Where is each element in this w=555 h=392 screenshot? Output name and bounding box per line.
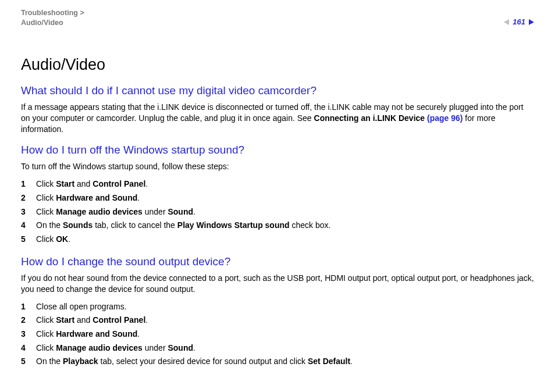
- step-item: Click Manage audio devices under Sound.: [21, 342, 534, 355]
- prev-page-icon[interactable]: [504, 19, 509, 25]
- step-item: Click Hardware and Sound.: [21, 328, 534, 341]
- text-segment: .: [193, 207, 195, 216]
- step-item: Click Hardware and Sound.: [21, 192, 534, 205]
- output-device-intro: If you do not hear sound from the device…: [21, 273, 534, 295]
- output-device-steps: Close all open programs.Click Start and …: [21, 301, 534, 368]
- text-segment: .: [193, 343, 195, 352]
- text-segment: check box.: [290, 220, 331, 230]
- text-segment: On the: [36, 357, 63, 366]
- text-segment: .: [68, 234, 70, 244]
- bold-text: OK: [56, 234, 68, 244]
- step-item: Click Start and Control Panel.: [21, 314, 534, 327]
- step-item: Click Start and Control Panel.: [21, 178, 534, 191]
- page-header: Troubleshooting > Audio/Video 161: [21, 8, 534, 28]
- text-segment: .: [350, 357, 353, 366]
- page-nav: 161: [504, 8, 534, 26]
- text-segment: .: [137, 193, 140, 202]
- topic-heading-startup-sound: How do I turn off the Windows startup so…: [21, 144, 534, 156]
- topic-heading-output-device: How do I change the sound output device?: [21, 255, 534, 268]
- bold-text: Hardware and Sound: [56, 193, 137, 202]
- text-segment: .: [137, 329, 140, 338]
- text-segment: Click: [36, 343, 56, 352]
- page-number: 161: [513, 17, 525, 26]
- step-item: On the Playback tab, select your desired…: [21, 355, 534, 368]
- text-segment: tab, click to cancel the: [92, 220, 177, 230]
- bold-text: Playback: [63, 357, 98, 366]
- text-segment: Click: [36, 207, 56, 216]
- content-area: Audio/Video What should I do if I cannot…: [21, 28, 534, 368]
- step-item: Click OK.: [21, 233, 534, 246]
- breadcrumb-line-2: Audio/Video: [21, 19, 63, 27]
- bold-text: Sound: [168, 207, 193, 216]
- text-segment: tab, select your desired device for soun…: [98, 357, 308, 366]
- bold-text: Manage audio devices: [56, 207, 143, 216]
- bold-text: Start: [56, 315, 74, 325]
- bold-text: Sounds: [63, 220, 92, 230]
- text-segment: Click: [36, 234, 56, 244]
- step-item: Close all open programs.: [21, 301, 534, 313]
- text-segment: Close all open programs.: [36, 302, 127, 311]
- bold-text: Set Default: [308, 357, 350, 366]
- topic-heading-camcorder: What should I do if I cannot use my digi…: [21, 84, 534, 97]
- bold-text: Connecting an i.LINK Device: [314, 113, 425, 123]
- text-segment: .: [145, 315, 148, 325]
- text-segment: Click: [36, 315, 56, 325]
- bold-text: Manage audio devices: [56, 343, 143, 352]
- bold-text: Control Panel: [92, 315, 145, 325]
- text-segment: under: [143, 343, 168, 352]
- document-page: Troubleshooting > Audio/Video 161 Audio/…: [0, 0, 555, 392]
- text-segment: Click: [36, 329, 56, 338]
- step-item: On the Sounds tab, click to cancel the P…: [21, 219, 534, 232]
- text-segment: and: [74, 179, 92, 188]
- text-segment: under: [143, 207, 168, 216]
- text-segment: Click: [36, 179, 56, 188]
- page-link[interactable]: (page 96): [425, 113, 462, 123]
- breadcrumb: Troubleshooting > Audio/Video: [21, 8, 84, 28]
- startup-sound-steps: Click Start and Control Panel.Click Hard…: [21, 178, 534, 245]
- page-title: Audio/Video: [21, 56, 534, 74]
- text-segment: .: [145, 179, 148, 188]
- bold-text: Play Windows Startup sound: [177, 220, 290, 230]
- bold-text: Sound: [168, 343, 193, 352]
- breadcrumb-line-1: Troubleshooting >: [21, 9, 84, 17]
- bold-text: Hardware and Sound: [56, 329, 137, 338]
- bold-text: Start: [56, 179, 74, 188]
- camcorder-paragraph: If a message appears stating that the i.…: [21, 102, 534, 135]
- text-segment: Click: [36, 193, 56, 202]
- startup-sound-intro: To turn off the Windows startup sound, f…: [21, 161, 534, 172]
- text-segment: and: [74, 315, 92, 325]
- text-segment: On the: [36, 220, 63, 230]
- next-page-icon[interactable]: [529, 19, 534, 25]
- bold-text: Control Panel: [92, 179, 145, 188]
- step-item: Click Manage audio devices under Sound.: [21, 206, 534, 219]
